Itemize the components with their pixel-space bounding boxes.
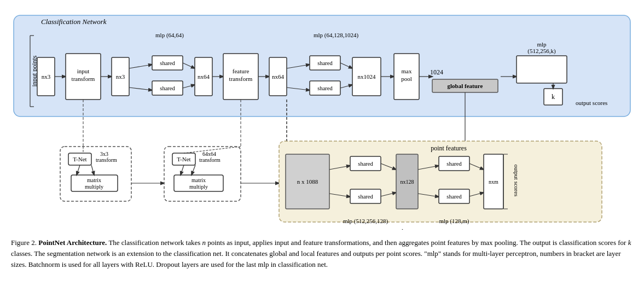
transform-3x3-label: 3x3 [100, 151, 108, 157]
mlp-top-label: mlp [537, 41, 547, 48]
svg-text:transform: transform [96, 157, 117, 163]
input-transform-label: input [77, 68, 90, 74]
mlp-64-64-label: mlp (64,64) [155, 32, 184, 39]
svg-text:transform: transform [229, 75, 253, 82]
svg-text:multiply: multiply [189, 184, 208, 190]
shared-3-bottom-label: shared [358, 194, 373, 200]
transform-64x64-label: 64x64 [202, 151, 216, 157]
nxm-label: nxm [489, 179, 498, 185]
svg-text:transform: transform [72, 75, 95, 82]
figure-number: Figure 2. [11, 238, 37, 247]
svg-text:pool: pool [401, 75, 412, 82]
nx64-1-label: nx64 [198, 73, 210, 80]
matrix-multiply-2-label: matrix [192, 177, 206, 183]
mlp-512-256-128-label: mlp (512,256,128) [343, 218, 388, 225]
nx3-1-label: nx3 [42, 73, 51, 80]
svg-text:multiply: multiply [85, 184, 103, 190]
nx1088-label: n x 1088 [297, 178, 318, 185]
classification-label: Classification Network [41, 17, 107, 26]
mlp-128-m-label: mlp (128,m) [439, 218, 469, 225]
shared-4-bottom-label: shared [446, 194, 462, 200]
val-1024-label: 1024 [430, 68, 443, 76]
segmentation-label: Segmentation Network [340, 227, 404, 230]
feature-transform-label: feature [233, 68, 250, 74]
nx64-2-label: nx64 [272, 73, 285, 80]
figure-title: PointNet Architecture. [38, 238, 107, 247]
point-features-label: point features [431, 144, 467, 152]
k-label: k [552, 93, 555, 101]
max-pool-label: max [402, 68, 412, 74]
nx128-label: nx128 [401, 179, 414, 185]
architecture-diagram: Classification Network input points nx3 … [11, 5, 633, 230]
shared-2-top-label: shared [317, 60, 333, 66]
svg-rect-36 [517, 56, 567, 83]
tnet-2-label: T-Net [177, 156, 190, 162]
svg-text:(512,256,k): (512,256,k) [527, 48, 556, 55]
tnet-1-label: T-Net [73, 156, 86, 162]
nx3-2-label: nx3 [116, 73, 125, 80]
svg-text:transform: transform [199, 157, 221, 163]
diagram-container: Classification Network input points nx3 … [11, 5, 633, 232]
shared-2-bottom-label: shared [317, 85, 333, 91]
nx1024-label: nx1024 [358, 73, 376, 80]
shared-4-top-label: shared [446, 161, 462, 167]
mlp-64-128-1024-label: mlp (64,128,1024) [314, 32, 359, 39]
global-feature-label: global feature [448, 83, 483, 89]
shared-3-top-label: shared [358, 161, 373, 167]
shared-1-bottom-label: shared [160, 85, 175, 91]
output-scores-seg-label: output scores [513, 165, 520, 196]
output-scores-cls-label: output scores [576, 100, 607, 106]
shared-1-top-label: shared [160, 60, 175, 66]
figure-caption: Figure 2. PointNet Architecture. The cla… [11, 237, 633, 270]
matrix-multiply-1-label: matrix [87, 177, 101, 183]
